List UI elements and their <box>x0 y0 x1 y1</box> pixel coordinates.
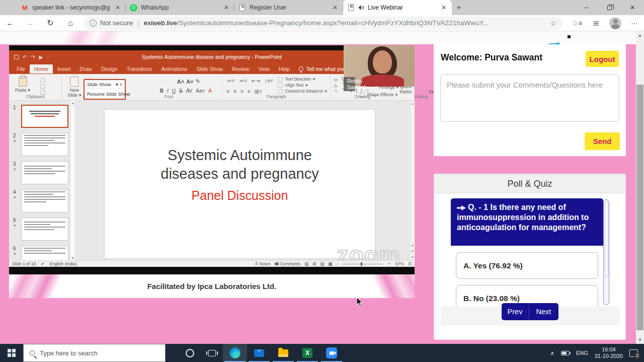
underline-icon[interactable]: U <box>172 88 176 94</box>
slide-sorter-icon[interactable]: ⊞ <box>312 261 316 266</box>
scrollbar-thumb[interactable] <box>636 85 643 330</box>
paste-button[interactable]: Paste ▾ <box>15 77 30 93</box>
slide-thumbnail[interactable]: 2✶ <box>9 132 74 158</box>
menu-home[interactable]: Home <box>30 64 53 74</box>
align-left-icon[interactable]: ≡ <box>226 89 229 94</box>
language-indicator[interactable]: ENG <box>576 350 588 356</box>
slideshow-view-icon[interactable]: ▦ <box>328 261 332 266</box>
info-icon[interactable]: i <box>90 20 97 27</box>
menu-animations[interactable]: Animations <box>156 64 192 74</box>
zoom-level[interactable]: 67% <box>395 261 404 266</box>
poll-scrollbar[interactable] <box>603 199 609 305</box>
taskbar-file-explorer[interactable] <box>271 344 295 362</box>
char-spacing-icon[interactable]: AV <box>186 88 193 94</box>
poll-option-a[interactable]: A. Yes (76.92 %) <box>456 252 598 279</box>
comments-button[interactable]: Comments <box>275 261 300 266</box>
reading-view-icon[interactable]: ▥ <box>320 261 324 266</box>
thumbnail-slide-1[interactable] <box>21 105 68 128</box>
home-icon[interactable]: ⌂ <box>60 19 80 28</box>
url-field[interactable]: i Not secure | exiweb.live /Systemicauto… <box>84 17 562 30</box>
menu-slide-show[interactable]: Slide Show <box>192 64 227 74</box>
slide-thumbnail[interactable]: 6✶ <box>9 245 74 260</box>
refresh-icon[interactable]: ↻ <box>40 18 60 28</box>
align-text-button[interactable]: Align Text ▾ <box>278 83 327 88</box>
align-right-icon[interactable]: ≡ <box>240 89 244 94</box>
taskbar-excel[interactable]: X <box>295 344 319 362</box>
slide-thumbnail[interactable]: 3✶ <box>9 160 74 186</box>
increase-font-icon[interactable]: A˄ <box>177 79 184 85</box>
back-icon[interactable]: ← <box>0 19 20 28</box>
task-view-button[interactable] <box>201 344 223 362</box>
slide-thumbnail[interactable]: 5✶ <box>9 216 74 243</box>
cortana-button[interactable] <box>179 344 201 362</box>
battery-icon[interactable] <box>561 351 570 355</box>
slide-thumbnail[interactable]: 1 <box>9 104 74 130</box>
close-button[interactable]: ✕ <box>621 0 644 15</box>
normal-view-icon[interactable]: ▤ <box>304 261 308 266</box>
tab-close-icon[interactable]: ✕ <box>440 4 448 11</box>
clock[interactable]: 16:04 31-10-2020 <box>595 346 623 360</box>
favorite-star-icon[interactable]: ☆ <box>546 19 556 27</box>
menu-file[interactable]: File <box>12 64 30 74</box>
menu-transitions[interactable]: Transitions <box>122 64 156 74</box>
resume-slideshow-item[interactable]: Resume Slide Show <box>85 89 125 99</box>
taskbar-search[interactable]: Type here to search <box>23 344 166 362</box>
forward-icon[interactable]: → <box>20 19 40 28</box>
indent-icons[interactable]: ⇤⇥ <box>252 78 260 84</box>
bullets-icon[interactable]: ≔˅ <box>226 78 234 84</box>
smartart-button[interactable]: Convert to SmartArt ▾ <box>278 89 327 94</box>
taskbar-mail[interactable] <box>247 344 271 362</box>
decrease-font-icon[interactable]: A˅ <box>186 79 193 85</box>
tab-close-icon[interactable]: ✕ <box>331 4 339 11</box>
menu-insert[interactable]: Insert <box>53 64 75 74</box>
bold-icon[interactable]: B <box>160 88 164 94</box>
menu-design[interactable]: Design <box>97 64 122 74</box>
thumbnail-scrollbar[interactable]: ▲ ▼ <box>70 101 74 260</box>
font-color-icon[interactable]: A <box>208 88 212 94</box>
justify-icon[interactable]: ≡ <box>248 89 251 94</box>
taskbar-edge[interactable] <box>223 344 247 362</box>
poll-next-button[interactable]: Next <box>529 303 558 320</box>
notification-center-icon[interactable]: 2 <box>629 349 638 357</box>
columns-icon[interactable]: ▥˅ <box>255 89 262 94</box>
slide-thumbnail[interactable]: 4✶ <box>9 188 74 214</box>
spellcheck-icon[interactable]: ✔ <box>41 261 44 266</box>
italic-icon[interactable]: I <box>167 88 169 94</box>
current-slide[interactable]: Systemic Autoimmune diseases and pregnan… <box>105 110 375 258</box>
page-scrollbar[interactable]: ▲ ▼ <box>636 31 644 344</box>
tab-close-icon[interactable]: ✕ <box>222 4 230 11</box>
tab-register-user[interactable]: Register User ✕ <box>234 0 343 15</box>
favorites-bar-icon[interactable]: ☆≡ <box>568 19 587 27</box>
zoom-in-icon[interactable]: ＋ <box>387 261 391 267</box>
tab-speaker-link[interactable]: M speaker link - secynmogs@gma ✕ <box>17 0 126 15</box>
comment-input[interactable] <box>440 75 619 122</box>
text-direction-button[interactable]: Text Direction ▾ <box>278 77 327 82</box>
new-tab-button[interactable]: ＋ <box>452 0 466 15</box>
strikethrough-icon[interactable]: S <box>179 88 183 94</box>
case-icon[interactable]: Aa˅ <box>196 88 205 94</box>
zoom-out-icon[interactable]: − <box>336 261 339 266</box>
menu-help[interactable]: Help <box>274 64 294 74</box>
tab-live-webinar[interactable]: Live Webinar ✕ <box>343 0 452 15</box>
menu-review[interactable]: Review <box>227 64 254 74</box>
cut-icon[interactable] <box>40 78 45 83</box>
clear-format-icon[interactable]: ✎ <box>196 78 200 85</box>
tab-whatsapp[interactable]: ✆ WhatsApp ✕ <box>126 0 234 15</box>
align-center-icon[interactable]: ≡ <box>233 89 236 94</box>
language-label[interactable]: English (India) <box>49 261 76 266</box>
slide-scrollbar[interactable]: ▴ ▴ ▾ ▾ <box>410 101 415 260</box>
restore-button[interactable] <box>598 0 621 15</box>
taskbar-zoom[interactable] <box>319 344 344 362</box>
fit-slide-icon[interactable]: ⊡ <box>408 261 412 266</box>
zoom-slider[interactable] <box>343 264 383 264</box>
send-button[interactable]: Send <box>585 132 620 150</box>
collections-icon[interactable]: ⊞ <box>587 19 606 27</box>
notes-button[interactable]: ≜ Notes <box>255 261 271 266</box>
copy-icon[interactable] <box>40 84 45 89</box>
profile-avatar[interactable] <box>609 17 621 29</box>
menu-view[interactable]: View <box>254 64 274 74</box>
tray-chevron-icon[interactable]: ∧ <box>550 350 554 356</box>
settings-ellipsis-icon[interactable]: ⋯ <box>625 19 644 27</box>
start-button[interactable] <box>0 344 23 362</box>
menu-draw[interactable]: Draw <box>75 64 97 74</box>
